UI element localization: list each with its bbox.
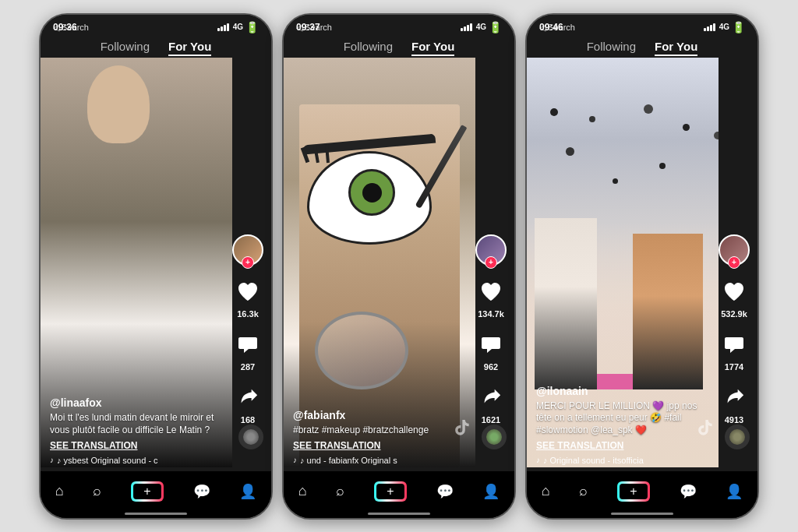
nav-home-2[interactable]: ⌂ (298, 483, 307, 499)
music-note-1: ♪ (50, 456, 54, 464)
music-note-2: ♪ (293, 456, 297, 464)
see-translation-1[interactable]: SEE TRANSLATION (50, 440, 228, 451)
share-action-2[interactable]: 1621 (475, 382, 507, 425)
share-icon-3[interactable] (719, 382, 750, 414)
status-icons-2: 4G 🔋 (461, 21, 502, 33)
comment-svg-3 (722, 333, 746, 357)
follow-plus-3[interactable]: + (728, 256, 740, 269)
nav-profile-1[interactable]: 👤 (239, 483, 256, 500)
sound-info-1[interactable]: ♪ ♪ ysbest Original sound - c (50, 456, 228, 465)
search-nav-icon-1: ⌕ (93, 483, 101, 499)
sound-info-2[interactable]: ♪ ♪ und - fabianfx Original s (293, 456, 471, 465)
search-hint-2[interactable]: ◁ Search (296, 23, 332, 33)
search-label-1: ◁ Search (53, 23, 89, 33)
nav-search-3[interactable]: ⌕ (579, 483, 588, 499)
profile-icon-3: 👤 (726, 483, 743, 500)
bottom-content-2: @fabianfx #bratz #makeup #bratzchallenge… (293, 409, 471, 465)
search-hint-3[interactable]: ◁ Search (539, 23, 575, 33)
status-icons-3: 4G 🔋 (704, 21, 745, 33)
search-label-2: ◁ Search (296, 23, 332, 33)
search-nav-icon-2: ⌕ (336, 483, 344, 499)
home-indicator-1 (125, 513, 187, 515)
username-2[interactable]: @fabianfx (293, 409, 471, 421)
sound-info-3[interactable]: ♪ ♪ Original sound - itsofficia (536, 456, 715, 465)
username-3[interactable]: @ilonaain (536, 385, 715, 397)
search-nav-icon-3: ⌕ (579, 483, 588, 499)
see-translation-3[interactable]: SEE TRANSLATION (536, 440, 715, 451)
nav-inbox-1[interactable]: 💬 (193, 483, 210, 500)
comment-action-3[interactable]: 1774 (719, 329, 750, 372)
avatar-container-2: + (475, 234, 507, 266)
person-2 (633, 234, 703, 389)
like-icon-3[interactable] (719, 277, 750, 308)
comment-action-2[interactable]: 962 (475, 329, 507, 372)
comment-svg-1 (236, 333, 260, 357)
caption-1: Moi tt l'es lundi matin devant le miroir… (50, 412, 228, 436)
username-1[interactable]: @linaafox (50, 396, 228, 409)
side-actions-2: + 134.7k 962 (475, 234, 507, 425)
search-hint-1[interactable]: ◁ Search (53, 23, 89, 33)
sound-text-1: ♪ ysbest Original sound - c (57, 456, 158, 465)
comment-icon-1[interactable] (232, 329, 263, 361)
home-icon-2: ⌂ (298, 483, 307, 499)
add-button-1[interactable]: + (131, 481, 164, 502)
share-count-3: 4913 (725, 415, 743, 425)
profile-icon-2: 👤 (482, 483, 500, 500)
signal-bars-1 (217, 23, 229, 31)
nav-home-3[interactable]: ⌂ (542, 483, 550, 499)
nav-add-1[interactable]: + (131, 481, 164, 502)
home-indicator-2 (368, 513, 430, 515)
nav-tabs-1: Following For You (41, 40, 271, 56)
nav-add-3[interactable]: + (617, 481, 650, 502)
nav-search-2[interactable]: ⌕ (336, 483, 344, 499)
follow-plus-1[interactable]: + (242, 256, 254, 269)
tab-foryou-1[interactable]: For You (168, 40, 211, 56)
nav-inbox-3[interactable]: 💬 (680, 483, 697, 500)
like-icon-2[interactable] (475, 277, 507, 308)
music-note-3: ♪ (536, 456, 540, 464)
phone-1-screen: 09:36 4G 🔋 ◁ Search Followi (41, 15, 271, 518)
share-action-1[interactable]: 168 (232, 382, 263, 425)
like-action-1[interactable]: 16.3k (232, 277, 263, 319)
tab-following-2[interactable]: Following (344, 40, 393, 56)
like-action-2[interactable]: 134.7k (475, 277, 507, 319)
signal-bars-3 (704, 23, 715, 31)
nav-search-1[interactable]: ⌕ (93, 483, 101, 499)
follow-plus-2[interactable]: + (485, 256, 497, 269)
pupil (362, 183, 382, 203)
add-button-3[interactable]: + (617, 481, 650, 502)
nav-home-1[interactable]: ⌂ (55, 483, 64, 499)
nav-profile-2[interactable]: 👤 (482, 483, 500, 500)
network-label-2: 4G (476, 23, 486, 31)
heart-svg-1 (236, 280, 260, 304)
share-svg-3 (723, 387, 745, 409)
comment-action-1[interactable]: 287 (232, 329, 263, 372)
comment-count-1: 287 (241, 362, 255, 372)
tab-foryou-2[interactable]: For You (411, 40, 454, 56)
status-icons-1: 4G 🔋 (217, 21, 259, 33)
phone-3: 09:46 4G 🔋 ◁ Search Followi (525, 13, 759, 520)
nav-inbox-2[interactable]: 💬 (436, 483, 454, 500)
see-translation-2[interactable]: SEE TRANSLATION (293, 440, 471, 451)
comment-icon-3[interactable] (719, 329, 750, 361)
nav-add-2[interactable]: + (374, 481, 407, 502)
share-action-3[interactable]: 4913 (719, 382, 750, 425)
tab-foryou-3[interactable]: For You (655, 40, 697, 56)
music-disc-2 (482, 425, 507, 449)
like-action-3[interactable]: 532.9k (719, 277, 750, 319)
bottom-content-1: @linaafox Moi tt l'es lundi matin devant… (50, 396, 228, 464)
comment-icon-2[interactable] (475, 329, 507, 361)
phones-container: 09:36 4G 🔋 ◁ Search Followi (0, 0, 798, 532)
share-icon-2[interactable] (475, 382, 507, 414)
tab-following-1[interactable]: Following (101, 40, 150, 56)
tab-following-3[interactable]: Following (587, 40, 636, 56)
add-button-2[interactable]: + (374, 481, 407, 502)
caption-3: MERCI POUR LE MILLION 💜 jpp nos tête on … (536, 400, 715, 437)
like-icon-1[interactable] (232, 277, 263, 308)
share-icon-1[interactable] (232, 382, 263, 414)
side-actions-1: + 16.3k 287 (232, 234, 263, 425)
signal-bar-4 (227, 23, 229, 31)
bottom-nav-3: ⌂ ⌕ + 💬 👤 (527, 471, 757, 518)
nav-profile-3[interactable]: 👤 (726, 483, 743, 500)
profile-icon-1: 👤 (239, 483, 256, 500)
